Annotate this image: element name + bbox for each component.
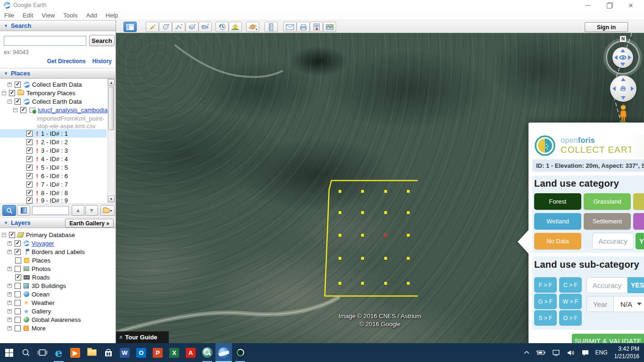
ruler-button[interactable] [264, 22, 278, 32]
expand-icon[interactable] [8, 318, 12, 322]
tree-item-label[interactable]: Collect Earth Data [32, 81, 82, 88]
checkbox[interactable] [15, 283, 21, 289]
subcategory-accuracy-yes-button[interactable]: YES [627, 277, 644, 293]
planets-button[interactable] [246, 22, 259, 32]
layer-label[interactable]: Photos [32, 265, 50, 272]
menu-help[interactable]: Help [101, 12, 123, 19]
scroll-up-icon[interactable]: ▲ [108, 79, 115, 86]
menu-file[interactable]: File [0, 12, 18, 19]
historical-imagery-button[interactable] [215, 22, 229, 32]
move-down-button[interactable]: ▼ [85, 205, 98, 216]
expand-icon[interactable] [8, 82, 12, 87]
taskbar-movies-tv[interactable]: ▶ [67, 343, 83, 362]
expand-icon[interactable] [8, 284, 12, 288]
layer-row[interactable]: 3D Buildings [0, 281, 66, 290]
get-directions-link[interactable]: Get Directions [47, 58, 86, 65]
menu-add[interactable]: Add [82, 12, 101, 19]
layers-panel-header[interactable]: ▼ Layers Earth Gallery » [0, 217, 116, 228]
placemark-row[interactable]: ! 7 - ID# : 7 [0, 180, 68, 189]
move-down-icon[interactable] [621, 96, 626, 99]
checkbox[interactable] [15, 99, 21, 105]
year-dropdown[interactable]: N/A [614, 296, 644, 312]
placemark-label[interactable]: 3 - ID# : 3 [41, 147, 68, 154]
checkbox[interactable] [15, 266, 21, 272]
move-left-icon[interactable] [612, 86, 616, 91]
look-down-icon[interactable] [620, 63, 625, 66]
minimize-icon[interactable] [578, 0, 597, 10]
folder-options-button[interactable]: ▸ [100, 205, 115, 216]
collapse-icon[interactable] [2, 233, 6, 237]
task-view-button[interactable] [34, 343, 50, 362]
category-cropland-button[interactable]: Cropland [633, 193, 644, 210]
checkbox[interactable] [9, 232, 15, 238]
taskbar-acrobat[interactable]: A [182, 343, 199, 362]
taskbar-outlook[interactable]: O [133, 343, 149, 362]
checkbox[interactable] [26, 173, 33, 179]
expand-icon[interactable] [8, 250, 12, 254]
placemark-row[interactable]: ! 5 - ID# : 5 [0, 163, 68, 172]
layer-row[interactable]: Roads [0, 273, 50, 281]
view-in-maps-button[interactable] [323, 22, 336, 32]
checkbox[interactable] [26, 181, 33, 188]
expand-icon[interactable] [8, 326, 12, 330]
expand-icon[interactable] [8, 309, 12, 313]
category-accuracy-yes-button[interactable]: YES [636, 233, 644, 249]
add-image-overlay-button[interactable]: + [185, 22, 198, 32]
places-scrollbar[interactable]: ▲ ▼ [107, 79, 115, 203]
layer-row[interactable]: Global Awareness [0, 315, 81, 324]
network-icon[interactable] [552, 350, 561, 356]
save-image-button[interactable] [310, 22, 323, 32]
collapse-icon[interactable] [13, 108, 17, 112]
category-wetland-button[interactable]: Wetland [534, 213, 581, 230]
checkbox[interactable] [20, 107, 26, 113]
layer-label[interactable]: 3D Buildings [32, 282, 66, 289]
tour-guide-bar[interactable]: « Tour Guide [116, 331, 169, 343]
places-tree-item[interactable]: Collect Earth Data [0, 97, 82, 106]
layer-row[interactable]: Borders and Labels [0, 247, 85, 256]
submit-validate-button[interactable]: SUBMIT & VALIDATE [572, 334, 644, 343]
checkbox[interactable] [15, 257, 21, 263]
checkbox[interactable] [9, 90, 15, 96]
category-no-data-button[interactable]: No Data [534, 233, 581, 249]
look-joystick[interactable]: N [604, 37, 642, 77]
placemark-label[interactable]: 8 - ID# : 8 [41, 189, 68, 197]
look-control[interactable] [612, 47, 633, 68]
placemark-label[interactable]: 6 - ID# : 6 [41, 173, 68, 180]
taskbar-clock[interactable]: 3:42 PM 1/21/2016 [614, 345, 639, 360]
record-tour-button[interactable]: + [198, 22, 212, 32]
layer-label[interactable]: Weather [32, 299, 55, 306]
checkbox[interactable] [26, 139, 33, 145]
map-viewport[interactable]: N [116, 33, 644, 343]
placemark-label[interactable]: 2 - ID# : 2 [41, 139, 68, 146]
category-settlement-button[interactable]: Settlement [584, 213, 631, 230]
taskbar-word[interactable]: W [116, 343, 133, 362]
layer-row[interactable]: ☀ Weather [0, 298, 55, 307]
placemark-row[interactable]: ! 2 - ID# : 2 [0, 138, 68, 146]
earth-gallery-button[interactable]: Earth Gallery » [65, 219, 114, 228]
layer-label[interactable]: Voyager [32, 240, 54, 247]
checkbox[interactable] [15, 325, 21, 331]
layer-label[interactable]: Gallery [32, 308, 51, 315]
taskbar-search-button[interactable] [17, 343, 34, 362]
subcategory-f-f-button[interactable]: F > F [534, 277, 557, 293]
sign-in-button[interactable]: Sign in [585, 22, 628, 32]
checkbox[interactable] [15, 291, 21, 297]
places-tree-item[interactable]: Collect Earth Data [0, 80, 82, 89]
expand-icon[interactable] [8, 267, 12, 271]
plot-center-marker[interactable] [384, 234, 387, 237]
layer-row[interactable]: Primary Database [0, 230, 75, 239]
placemark-label[interactable]: 7 - ID# : 7 [41, 181, 68, 188]
expand-icon[interactable] [8, 292, 12, 296]
menu-view[interactable]: View [37, 12, 59, 19]
checkbox[interactable] [26, 190, 33, 196]
scroll-down-icon[interactable]: ▼ [108, 196, 115, 202]
expand-icon[interactable] [8, 301, 12, 305]
menu-edit[interactable]: Edit [18, 12, 37, 19]
menu-tools[interactable]: Tools [59, 12, 82, 19]
tree-item-label[interactable]: Temporary Places [26, 90, 75, 97]
placemark-row[interactable]: ! 4 - ID# : 4 [0, 155, 68, 163]
collapse-icon[interactable] [8, 99, 12, 104]
placemark-label[interactable]: 9 - ID# : 9 [41, 197, 68, 204]
tree-item-label[interactable]: lulucf_analysis_cambodia [38, 107, 107, 114]
move-up-button[interactable]: ▲ [72, 205, 84, 216]
